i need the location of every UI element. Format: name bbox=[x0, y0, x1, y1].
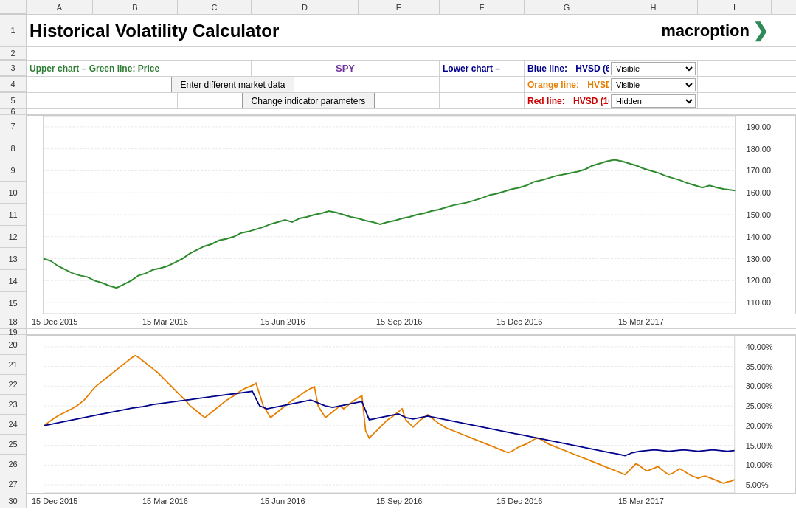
btn-market-cell[interactable]: Enter different market data bbox=[27, 77, 440, 92]
brand-label: macroption bbox=[661, 21, 750, 41]
title-cell: Historical Volatility Calculator bbox=[27, 15, 609, 46]
brand-arrow-icon: ❯ bbox=[752, 19, 769, 42]
row-header-3: 3 bbox=[0, 61, 27, 76]
spy-label: SPY bbox=[252, 61, 440, 76]
spreadsheet: A B C D E F G H I 1 Historical Volatilit… bbox=[0, 0, 796, 532]
upper-chart-label: Upper chart – Green line: Price bbox=[27, 61, 252, 76]
visibility-dropdown-2[interactable]: Visible Hidden bbox=[611, 78, 696, 91]
svg-text:10.00%: 10.00% bbox=[746, 460, 773, 469]
brand-cell: macroption ❯ bbox=[609, 15, 772, 46]
upper-chart: 190.00 180.00 170.00 160.00 150.00 140.0… bbox=[27, 115, 796, 314]
row-header-2: 2 bbox=[0, 47, 27, 60]
svg-text:170.00: 170.00 bbox=[747, 166, 771, 175]
empty-f4 bbox=[440, 77, 525, 92]
svg-text:130.00: 130.00 bbox=[747, 255, 771, 263]
svg-text:20.00%: 20.00% bbox=[746, 421, 773, 430]
svg-text:180.00: 180.00 bbox=[747, 145, 771, 153]
svg-text:40.00%: 40.00% bbox=[746, 342, 773, 351]
svg-text:15 Mar 2017: 15 Mar 2017 bbox=[618, 497, 664, 505]
svg-text:5.00%: 5.00% bbox=[746, 480, 769, 489]
svg-text:110.00: 110.00 bbox=[747, 298, 771, 307]
row-header-5: 5 bbox=[0, 93, 27, 108]
svg-text:15.00%: 15.00% bbox=[746, 441, 773, 450]
col-header-a: A bbox=[27, 0, 93, 14]
row-2: 2 bbox=[0, 47, 796, 61]
svg-text:25.00%: 25.00% bbox=[746, 401, 773, 410]
empty-f5 bbox=[440, 93, 525, 108]
row-5: 5 Change indicator parameters Red line: … bbox=[0, 93, 796, 109]
row-19: 19 bbox=[0, 329, 796, 335]
svg-text:15 Jun 2016: 15 Jun 2016 bbox=[260, 317, 305, 326]
row-header-4: 4 bbox=[0, 77, 27, 92]
svg-text:30.00%: 30.00% bbox=[746, 381, 773, 390]
svg-rect-26 bbox=[44, 336, 779, 493]
lower-chart-area: 20 21 22 23 24 25 26 27 bbox=[0, 335, 796, 494]
row-header-19: 19 bbox=[0, 329, 27, 335]
col-header-f: F bbox=[440, 0, 525, 14]
svg-text:15 Dec 2015: 15 Dec 2015 bbox=[32, 497, 77, 505]
svg-text:15 Sep 2016: 15 Sep 2016 bbox=[376, 497, 422, 505]
svg-text:160.00: 160.00 bbox=[747, 188, 771, 197]
svg-text:35.00%: 35.00% bbox=[746, 362, 773, 371]
col-header-e: E bbox=[359, 0, 440, 14]
empty-i3 bbox=[698, 61, 768, 76]
col-header-d: D bbox=[252, 0, 359, 14]
lower-chart-cell-3: Lower chart – bbox=[440, 61, 525, 76]
empty-i4 bbox=[698, 77, 768, 92]
row-header-1: 1 bbox=[0, 15, 27, 46]
red-line-cell: Red line: HVSD (10) bbox=[525, 93, 609, 108]
svg-text:140.00: 140.00 bbox=[747, 232, 771, 241]
svg-text:15 Mar 2017: 15 Mar 2017 bbox=[618, 317, 664, 326]
row-4: 4 Enter different market data Orange lin… bbox=[0, 77, 796, 93]
upper-chart-area: 7 8 9 10 11 12 13 14 15 bbox=[0, 115, 796, 314]
svg-text:15 Mar 2016: 15 Mar 2016 bbox=[142, 497, 188, 505]
svg-text:15 Mar 2016: 15 Mar 2016 bbox=[142, 317, 188, 326]
row-6: 6 bbox=[0, 109, 796, 115]
upper-chart-svg: 190.00 180.00 170.00 160.00 150.00 140.0… bbox=[27, 116, 795, 314]
hidden-cell[interactable]: Visible Hidden bbox=[609, 93, 698, 108]
svg-text:190.00: 190.00 bbox=[747, 122, 771, 131]
upper-chart-dates: 18 15 Dec 2015 15 Mar 2016 15 Jun 2016 1… bbox=[0, 314, 796, 329]
row-header-6: 6 bbox=[0, 109, 27, 114]
upper-date-labels: 15 Dec 2015 15 Mar 2016 15 Jun 2016 15 S… bbox=[28, 314, 725, 329]
row-headers-7-17: 7 8 9 10 11 12 13 14 15 bbox=[0, 115, 27, 314]
enter-market-data-button[interactable]: Enter different market data bbox=[171, 77, 295, 92]
lower-chart-dates: 30 15 Dec 2015 15 Mar 2016 15 Jun 2016 1… bbox=[0, 494, 796, 508]
svg-text:15 Dec 2015: 15 Dec 2015 bbox=[32, 317, 77, 326]
lower-chart: 40.00% 35.00% 30.00% 25.00% 20.00% 15.00… bbox=[27, 335, 796, 494]
row-3: 3 Upper chart – Green line: Price SPY Lo… bbox=[0, 61, 796, 77]
col-header-h: H bbox=[609, 0, 698, 14]
btn-indicator-cell[interactable]: Change indicator parameters bbox=[178, 93, 440, 108]
lower-chart-svg: 40.00% 35.00% 30.00% 25.00% 20.00% 15.00… bbox=[27, 336, 795, 493]
col-header-g: G bbox=[525, 0, 609, 14]
row-header-30: 30 bbox=[0, 494, 27, 508]
col-header-b: B bbox=[93, 0, 178, 14]
visibility-dropdown-3[interactable]: Visible Hidden bbox=[611, 94, 696, 108]
change-indicator-params-button[interactable]: Change indicator parameters bbox=[242, 93, 375, 108]
svg-text:15 Sep 2016: 15 Sep 2016 bbox=[376, 317, 422, 326]
empty-a5 bbox=[27, 93, 178, 108]
lower-date-labels: 15 Dec 2015 15 Mar 2016 15 Jun 2016 15 S… bbox=[28, 494, 725, 508]
orange-line-cell: Orange line: HVSD (21) bbox=[525, 77, 609, 92]
svg-text:15 Jun 2016: 15 Jun 2016 bbox=[260, 497, 305, 505]
blue-line-cell: Blue line: HVSD (63) bbox=[525, 61, 609, 76]
app-title: Historical Volatility Calculator bbox=[30, 21, 279, 41]
col-header-c: C bbox=[178, 0, 252, 14]
col-header-i: I bbox=[698, 0, 772, 14]
svg-text:120.00: 120.00 bbox=[747, 276, 771, 285]
svg-text:15 Dec 2016: 15 Dec 2016 bbox=[496, 497, 542, 505]
svg-text:15 Dec 2016: 15 Dec 2016 bbox=[496, 317, 542, 326]
row-1: 1 Historical Volatility Calculator macro… bbox=[0, 15, 796, 47]
empty-i5 bbox=[698, 93, 768, 108]
visible2-cell[interactable]: Visible Hidden bbox=[609, 77, 698, 92]
visible1-cell[interactable]: Visible Hidden bbox=[609, 61, 698, 76]
visibility-dropdown-1[interactable]: Visible Hidden bbox=[611, 62, 696, 75]
row-headers-20-29: 20 21 22 23 24 25 26 27 bbox=[0, 335, 27, 494]
svg-text:150.00: 150.00 bbox=[747, 210, 771, 219]
